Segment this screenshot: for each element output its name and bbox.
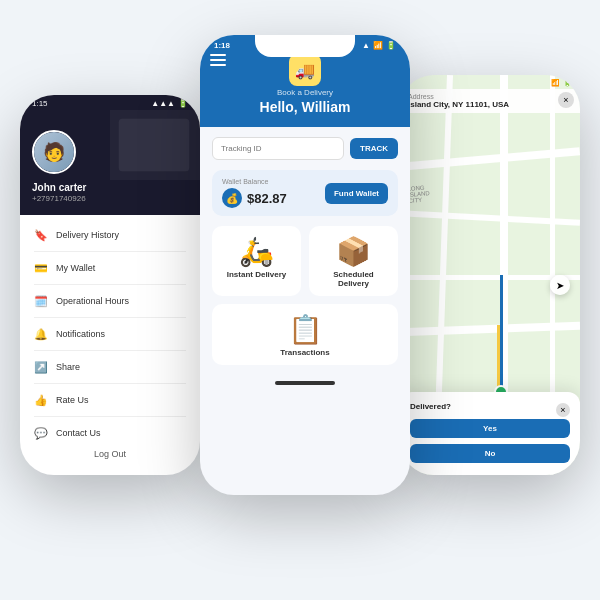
sidebar-item-share[interactable]: ↗️ Share [20,353,200,381]
transactions-icon: 📋 [288,316,323,344]
battery-icon: 🔋 [386,41,396,50]
hours-icon: 🗓️ [34,294,48,308]
wallet-amount: $82.87 [247,191,287,206]
menu-divider-6 [34,416,186,417]
wallet-circle-icon: 💰 [222,188,242,208]
app-scene: 1:15 ▲▲▲ 🔋 🧑 John carter +27971740926 [10,15,590,585]
signal-icon: 📶 [373,41,383,50]
menu-divider-3 [34,317,186,318]
contact-icon: 💬 [34,426,48,440]
menu-status-bar: 1:15 ▲▲▲ 🔋 [20,95,200,110]
operational-hours-label: Operational Hours [56,296,129,306]
instant-delivery-icon: 🛵 [239,238,274,266]
avatar: 🧑 [32,130,76,174]
map-close-button[interactable]: × [558,92,574,108]
wallet-icon: 💳 [34,261,48,275]
notifications-icon: 🔔 [34,327,48,341]
sidebar-item-delivery-history[interactable]: 🔖 Delivery History [20,221,200,249]
sidebar-item-wallet[interactable]: 💳 My Wallet [20,254,200,282]
center-header: 🚚 Book a Delivery Hello, William [200,50,410,127]
map-compass[interactable]: ➤ [550,275,570,295]
contact-us-label: Contact Us [56,428,101,438]
map-address-value: Island City, NY 11101, USA [408,100,556,109]
sidebar-item-rate-us[interactable]: 👍 Rate Us [20,386,200,414]
map-status-bar: 📶 🔋 [400,75,580,87]
center-status-icons: ▲ 📶 🔋 [362,41,396,50]
greeting-text: Hello, William [214,99,396,115]
main-phone: 1:18 ▲ 📶 🔋 🚚 Book a Delivery [200,35,410,495]
app-logo: 🚚 [289,54,321,86]
hamburger-button[interactable] [210,54,226,66]
track-button[interactable]: TRACK [350,138,398,159]
delivered-no-button[interactable]: No [410,444,570,463]
rate-us-label: Rate Us [56,395,89,405]
map-battery-icon: 🔋 [563,79,572,87]
sidebar-item-notifications[interactable]: 🔔 Notifications [20,320,200,348]
home-indicator [275,381,335,385]
fund-wallet-button[interactable]: Fund Wallet [325,183,388,204]
menu-divider-2 [34,284,186,285]
scheduled-delivery-card[interactable]: 📦 Scheduled Delivery [309,226,398,296]
scheduled-delivery-label: Scheduled Delivery [317,270,390,288]
map-address-bar: Address Island City, NY 11101, USA [400,89,580,113]
menu-signal-icon: ▲▲▲ [151,99,175,108]
tracking-input[interactable] [212,137,344,160]
share-icon: ↗️ [34,360,48,374]
instant-delivery-label: Instant Delivery [227,270,287,279]
wallet-balance-label: Wallet Balance [222,178,287,185]
services-grid: 🛵 Instant Delivery 📦 Scheduled Delivery [200,216,410,296]
map-bottom-card: Delivered? × Yes No [400,392,580,475]
rate-icon: 👍 [34,393,48,407]
wallet-info: Wallet Balance 💰 $82.87 [222,178,287,208]
notch [255,35,355,57]
map-label-city: LONGISLANDCITY [407,184,430,204]
menu-time: 1:15 [32,99,48,108]
delivery-history-icon: 🔖 [34,228,48,242]
user-phone: +27971740926 [32,194,86,203]
map-address-label: Address [408,93,556,100]
delivered-question: Delivered? [410,402,451,411]
logout-button[interactable]: Log Out [20,449,200,459]
sidebar-item-contact-us[interactable]: 💬 Contact Us [20,419,200,447]
delivered-yes-button[interactable]: Yes [410,419,570,438]
menu-divider-5 [34,383,186,384]
menu-phone: 1:15 ▲▲▲ 🔋 🧑 John carter +27971740926 [20,95,200,475]
menu-items-list: 🔖 Delivery History 💳 My Wallet 🗓️ Operat… [20,215,200,453]
book-label: Book a Delivery [214,88,396,97]
menu-divider-1 [34,251,186,252]
share-label: Share [56,362,80,372]
tracking-section: TRACK [200,127,410,160]
card-close-button[interactable]: × [556,403,570,417]
instant-delivery-card[interactable]: 🛵 Instant Delivery [212,226,301,296]
wallet-label: My Wallet [56,263,95,273]
transactions-card[interactable]: 📋 Transactions [212,304,398,365]
map-wifi-icon: 📶 [551,79,560,87]
sidebar-item-operational-hours[interactable]: 🗓️ Operational Hours [20,287,200,315]
transactions-label: Transactions [280,348,329,357]
menu-battery-icon: 🔋 [178,99,188,108]
delivery-history-label: Delivery History [56,230,119,240]
user-name: John carter [32,182,86,193]
wallet-card: Wallet Balance 💰 $82.87 Fund Wallet [212,170,398,216]
map-blue-route [500,275,503,395]
menu-divider-4 [34,350,186,351]
scheduled-delivery-icon: 📦 [336,238,371,266]
map-phone: 📶 🔋 LO [400,75,580,475]
notifications-label: Notifications [56,329,105,339]
wifi-icon: ▲ [362,41,370,50]
center-time: 1:18 [214,41,230,50]
